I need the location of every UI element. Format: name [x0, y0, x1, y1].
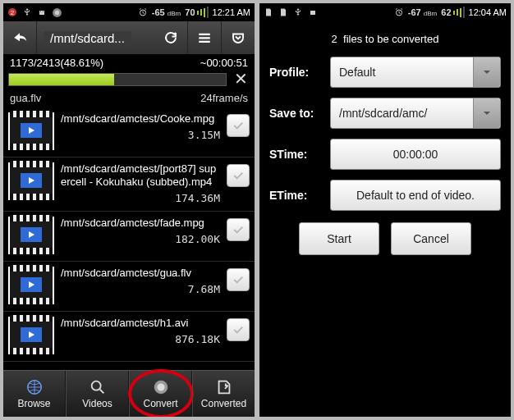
video-thumbnail	[8, 217, 54, 254]
profile-label: Profile:	[269, 66, 330, 79]
stime-value: 00:00:00	[393, 148, 438, 161]
file-size: 182.00K	[61, 233, 220, 245]
progress-count: 1173/2413(48.61%)	[10, 57, 103, 69]
file-size: 3.15M	[61, 129, 220, 141]
etime-label: ETime:	[269, 189, 330, 202]
file-checkbox[interactable]	[227, 268, 250, 291]
chevron-down-icon	[473, 98, 500, 128]
chevron-down-icon	[473, 57, 500, 87]
pocket-button[interactable]	[222, 21, 255, 54]
video-thumbnail	[8, 112, 54, 150]
status-bar: 2 -65 dBm 70 12:21 AM	[3, 3, 255, 21]
file-row[interactable]: /mnt/sdcard/amctest/h1.avi876.18K	[3, 312, 255, 362]
battery-icon: 70	[185, 7, 208, 18]
signal-strength: -65 dBm	[152, 7, 181, 17]
svg-text:2: 2	[11, 9, 15, 16]
svg-point-3	[43, 11, 44, 12]
file-size: 876.18K	[61, 333, 220, 345]
notification-badge-icon: 2	[7, 7, 17, 17]
cancel-button[interactable]: Cancel	[391, 222, 471, 255]
tab-browse[interactable]: Browse	[3, 371, 66, 417]
saveto-dropdown[interactable]: /mnt/sdcard/amc/	[330, 98, 501, 129]
cancel-progress-button[interactable]: ✕	[232, 71, 250, 89]
action-bar: /mnt/sdcard...	[3, 21, 255, 54]
svg-rect-9	[199, 41, 210, 43]
file-row[interactable]: /mnt/sdcard/amctest/[port87] supercell -…	[3, 158, 255, 212]
android-icon	[37, 7, 47, 17]
file-size: 174.36M	[61, 192, 220, 204]
svg-rect-7	[199, 34, 210, 35]
usb-icon	[22, 7, 32, 17]
file-checkbox[interactable]	[227, 218, 250, 241]
refresh-button[interactable]	[154, 21, 188, 54]
tab-convert[interactable]: Convert	[129, 371, 192, 417]
progress-fill	[9, 74, 114, 85]
start-button[interactable]: Start	[299, 222, 379, 255]
android-icon	[308, 7, 318, 17]
file-row[interactable]: /mnt/sdcard/amctest/Cooke.mpg3.15M	[3, 107, 255, 158]
conversion-header: 2 files to be converted	[269, 33, 501, 45]
etime-field[interactable]: Default to end of video.	[330, 180, 501, 211]
status-bar: -67 dBm 62 12:04 AM	[259, 3, 511, 21]
search-icon	[89, 378, 107, 396]
svg-point-11	[91, 381, 100, 390]
svg-rect-8	[199, 37, 210, 39]
video-thumbnail	[8, 267, 54, 304]
progress-header: 1173/2413(48.61%) ~00:00:51	[3, 54, 255, 71]
file-size: 7.68M	[61, 283, 220, 295]
tab-convert-label: Convert	[143, 398, 177, 409]
phone-left: 2 -65 dBm 70 12:21 AM /mnt/sdcard...	[3, 3, 255, 417]
file-path: /mnt/sdcard/amctest/h1.avi	[61, 317, 220, 330]
back-button[interactable]	[3, 21, 37, 54]
tab-bar: Browse Videos Convert Converted	[3, 370, 255, 417]
alarm-icon	[138, 7, 148, 17]
convert-icon	[152, 378, 170, 396]
progress-bar	[8, 73, 227, 86]
progress-sub: gua.flv 24frame/s	[3, 90, 255, 107]
etime-value: Default to end of video.	[356, 189, 475, 202]
file-checkbox[interactable]	[227, 114, 250, 137]
profile-value: Default	[339, 66, 375, 79]
browse-icon	[25, 378, 44, 396]
tab-videos[interactable]: Videos	[66, 371, 129, 417]
file-path: /mnt/sdcard/amctest/Cooke.mpg	[61, 112, 220, 126]
video-thumbnail	[8, 162, 54, 200]
file-row[interactable]: /mnt/sdcard/amctest/gua.flv7.68M	[3, 262, 255, 312]
phone-right: -67 dBm 62 12:04 AM 2 files to be conver…	[259, 3, 511, 417]
clock: 12:21 AM	[213, 7, 250, 17]
file-path: /mnt/sdcard/amctest/gua.flv	[61, 267, 220, 280]
file-checkbox[interactable]	[227, 164, 250, 187]
stime-field[interactable]: 00:00:00	[330, 139, 501, 170]
app-status-icon	[52, 7, 62, 18]
sd-icon	[264, 7, 273, 17]
usb-icon	[293, 7, 303, 17]
tab-browse-label: Browse	[17, 398, 50, 409]
svg-point-13	[157, 383, 164, 390]
profile-dropdown[interactable]: Default	[330, 57, 501, 88]
video-thumbnail	[8, 317, 54, 354]
file-list: /mnt/sdcard/amctest/Cooke.mpg3.15M/mnt/s…	[3, 107, 255, 362]
svg-point-5	[55, 10, 59, 14]
progress-eta: ~00:00:51	[200, 57, 248, 69]
signal-strength: -67 dBm	[408, 7, 437, 17]
file-row[interactable]: /mnt/sdcard/amctest/fade.mpg182.00K	[3, 212, 255, 262]
progress-file: gua.flv	[10, 92, 41, 104]
progress-rate: 24frame/s	[200, 92, 248, 104]
file-path: /mnt/sdcard/amctest/[port87] supercell -…	[61, 162, 220, 189]
file-checkbox[interactable]	[227, 318, 250, 341]
svg-point-2	[40, 11, 41, 12]
alarm-icon	[394, 7, 404, 17]
path-title[interactable]: /mnt/sdcard...	[37, 31, 154, 45]
stime-label: STime:	[269, 148, 330, 161]
saveto-value: /mnt/sdcard/amc/	[339, 107, 427, 120]
battery-icon: 62	[441, 7, 464, 18]
clock: 12:04 AM	[469, 7, 507, 17]
tab-converted[interactable]: Converted	[192, 371, 255, 417]
file-path: /mnt/sdcard/amctest/fade.mpg	[61, 217, 220, 230]
menu-button[interactable]	[188, 21, 222, 54]
tab-videos-label: Videos	[82, 398, 112, 409]
sd-icon	[278, 7, 288, 17]
tab-converted-label: Converted	[201, 398, 246, 409]
converted-icon	[215, 378, 233, 396]
saveto-label: Save to:	[269, 107, 330, 120]
